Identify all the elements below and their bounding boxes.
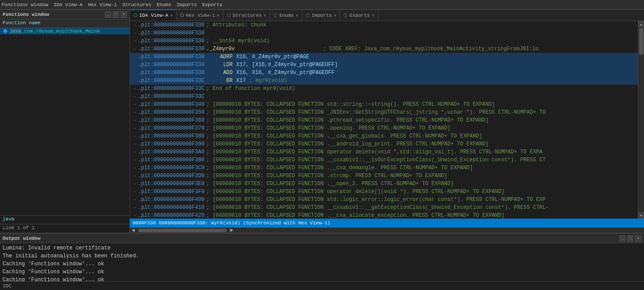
collapsed-comment: ; [00000010 BYTES: COLLAPSED FUNCTION ._… [206,212,504,219]
restore-button[interactable]: □ [113,11,119,18]
output-panel: Output window _ □ ✕ Lumina: Invalid remo… [0,233,644,290]
imports-icon: ⬡ [306,13,310,18]
addr: .plt:000000000000F3C0 [138,165,204,171]
collapsed-comment: ; [00000010 BYTES: COLLAPSED FUNCTION ._… [206,181,454,187]
menu-item-ida[interactable]: IDA View-A [54,2,83,7]
menu-item-enums[interactable]: Enums [157,2,171,7]
instr: ADRP [206,54,233,60]
output-line: The initial autoanalysis has been finish… [3,252,641,260]
code-panel: ⬡ IDA View-A ✕ ⬡ Hex View-1 ✕ ⬡ Structur… [130,10,644,233]
addr: .plt:000000000000F3B0 [138,157,204,163]
menu-item-structures[interactable]: Structures [122,2,152,7]
addr: .plt:000000000000F370 [138,125,204,131]
addr: .plt:000000000000F410 [138,204,204,211]
tab-structures[interactable]: ⬡ Structures ✕ [223,10,270,21]
scrollbar-vertical[interactable]: ▲ ▼ [638,21,644,219]
collapsed-comment: ; [00000010 BYTES: COLLAPSED FUNCTION ._… [206,165,473,171]
comment: ; CODE XREF: Java_com_r0ysue_myplthook_M… [235,46,539,52]
tab-hex-view[interactable]: ⬡ Hex View-1 ✕ [177,10,223,21]
output-restore[interactable]: □ [627,235,633,242]
scroll-down-button[interactable]: ▼ [638,212,644,219]
top-bar: Functions window IDA View-A Hex View-1 S… [0,0,644,10]
tab-enums[interactable]: ⬡ Enums ✕ [270,10,302,21]
scroll-up-button[interactable]: ▲ [638,21,644,27]
tab-structures-label: Structures [233,13,262,18]
line-marker: · [132,94,138,99]
tab-imports[interactable]: ⬡ Imports ✕ [302,10,340,21]
close-button[interactable]: ✕ [121,11,127,18]
scroll-thumb-h[interactable] [138,229,226,232]
line-marker: · [132,86,138,91]
menu-item-functions[interactable]: Functions window [2,2,48,7]
addr: .plt:000000000000F330 [138,22,204,28]
functions-footer: Line 1 of 1 [0,224,130,233]
tab-exports[interactable]: ⬡ Exports ✕ [340,10,378,21]
output-title-bar: Output window _ □ ✕ [0,234,644,243]
tab-imports-close[interactable]: ✕ [333,13,336,18]
menu-item-hex[interactable]: Hex View-1 [88,2,117,7]
code-line-collapsed: · .plt:000000000000F3B0 ; [00000010 BYTE… [130,156,638,164]
addr: .plt:000000000000F33C [138,86,204,92]
status-text: 0000F330 000000000000F330: myr0(void) (S… [133,220,330,226]
function-icon: 🔷 [3,29,8,34]
tab-hex-close[interactable]: ✕ [217,13,219,18]
addr: .plt:000000000000F3A0 [138,149,204,155]
line-marker: · [132,197,138,202]
line-marker: · [132,173,138,178]
minimize-button[interactable]: _ [105,11,111,18]
addr: .plt:000000000000F360 [138,117,204,123]
output-line: Caching 'Functions window'... ok [3,260,641,268]
code-line-collapsed: · .plt:000000000000F380 ; [00000010 BYTE… [130,132,638,140]
function-list-item[interactable]: 🔷 Java_com_r0ysue_myplthook_MainA [0,28,130,34]
comment: ; __int64 myr0(void) [206,38,270,44]
tab-exports-close[interactable]: ✕ [372,13,374,18]
functions-panel: Functions window _ □ ✕ Function name 🔷 J… [0,10,130,233]
code-line-collapsed: · .plt:000000000000F3A0 ; [00000010 BYTE… [130,148,638,156]
collapsed-comment: ; [00000010 BYTES: COLLAPSED FUNCTION __… [206,157,546,163]
comment: ; End of function myr0(void) [206,86,295,92]
code-line-collapsed: · .plt:000000000000F420 ; [00000010 BYTE… [130,212,638,219]
addr: .plt:000000000000F350 [138,109,204,115]
line-marker: · [132,141,138,147]
menu-item-exports[interactable]: Exports [202,2,222,7]
line-marker: · [132,181,138,186]
collapsed-comment: ; [00000010 BYTES: COLLAPSED FUNCTION .s… [206,173,447,179]
addr: .plt:000000000000F33C [138,93,204,100]
menu-item-imports[interactable]: Imports [177,2,197,7]
code-line-collapsed: · .plt:000000000000F400 ; [00000010 BYTE… [130,196,638,204]
collapsed-comment: ; [00000010 BYTES: COLLAPSED FUNCTION st… [206,101,495,108]
line-marker: · [132,22,138,28]
output-close[interactable]: ✕ [635,235,641,242]
functions-list[interactable]: 🔷 Java_com_r0ysue_myplthook_MainA [0,28,130,215]
panel-controls: _ □ ✕ [105,11,127,18]
code-scroll[interactable]: · .plt:000000000000F330 ; Attributes: th… [130,21,638,219]
collapsed-comment: ; [00000010 BYTES: COLLAPSED FUNCTION ._… [206,141,489,147]
code-line-collapsed: · .plt:000000000000F360 ; [00000010 BYTE… [130,116,638,124]
instr: BR [206,78,233,84]
scrollbar-horizontal[interactable]: ◄ ► [130,227,644,233]
addr: .plt:000000000000F390 [138,141,204,147]
tab-structures-close[interactable]: ✕ [263,13,266,18]
code-line: · .plt:000000000000F330 ._Z4myr0v ; CODE… [130,45,638,53]
operand: X17, [X16,#_Z4myr0v_ptr@PAGEOFF] [233,62,337,68]
line-marker: · [132,189,138,194]
tab-ida-view[interactable]: ⬡ IDA View-A ✕ [130,10,177,21]
tab-hex-label: Hex View-1 [186,13,215,18]
tab-ida-close[interactable]: ✕ [170,13,173,18]
code-status-bar: 0000F330 000000000000F330: myr0(void) (S… [130,219,644,227]
scroll-right-button[interactable]: ► [228,227,235,233]
addr: .plt:000000000000F338 [138,70,204,76]
code-line: · .plt:000000000000F330 ; __int64 myr0(v… [130,37,638,45]
code-line: · .plt:000000000000F330 ; Attributes: th… [130,21,638,29]
code-line: · .plt:000000000000F33C [130,93,638,100]
code-line: · .plt:000000000000F330 [130,29,638,37]
line-marker: · [132,126,138,131]
code-line: · .plt:000000000000F33C ; End of functio… [130,85,638,93]
addr: .plt:000000000000F33C [138,78,204,84]
output-minimize[interactable]: _ [619,235,625,242]
scroll-left-button[interactable]: ◄ [130,227,137,233]
collapsed-comment: ; [00000010 BYTES: COLLAPSED FUNCTION _J… [206,109,546,115]
tab-enums-close[interactable]: ✕ [296,13,298,18]
scroll-thumb[interactable] [639,28,644,55]
collapsed-comment: ; [00000010 BYTES: COLLAPSED FUNCTION op… [206,149,542,155]
